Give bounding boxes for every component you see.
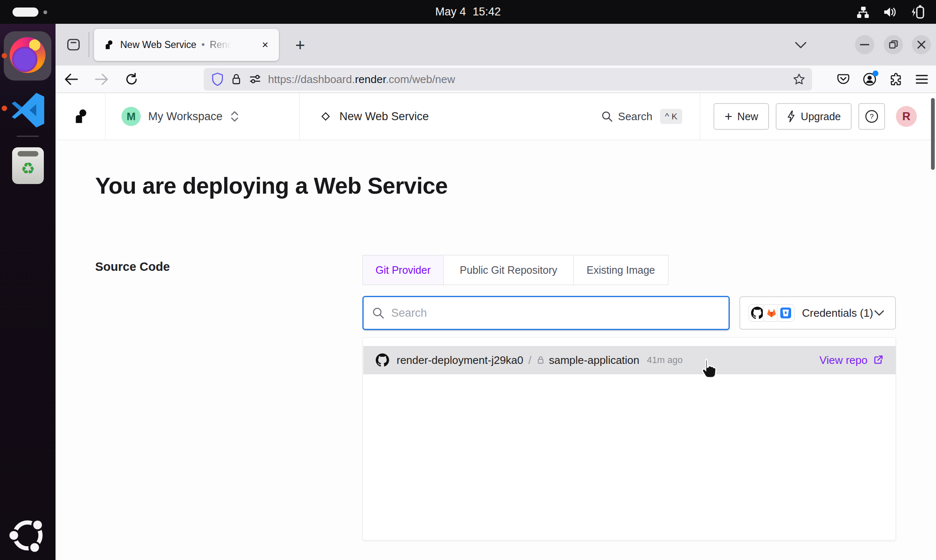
render-favicon — [103, 39, 114, 50]
tab-strip: New Web Service • Rend × + — [56, 24, 936, 66]
help-question-icon: ? — [864, 109, 879, 124]
repo-list-panel: render-deployment-j29ka0 / sample-applic… — [362, 337, 896, 540]
search-icon — [601, 111, 613, 122]
repo-updated-time: 41m ago — [647, 355, 683, 366]
vscode-running-indicator — [2, 106, 7, 111]
reload-button[interactable] — [122, 70, 141, 88]
tab-title-suffix: Rend — [210, 39, 233, 50]
forward-arrow-icon — [94, 73, 109, 86]
minimize-icon — [860, 43, 869, 46]
workspace-name: My Workspace — [148, 110, 223, 123]
dock-item-trash[interactable]: ♻ — [12, 147, 44, 184]
reload-icon — [125, 73, 138, 86]
lock-icon[interactable] — [230, 73, 242, 86]
firefox-view-button[interactable] — [63, 35, 84, 54]
volume-icon[interactable] — [883, 5, 898, 19]
window-close-button[interactable] — [912, 35, 931, 54]
back-button[interactable] — [62, 70, 81, 88]
service-diamond-icon — [319, 110, 332, 123]
credentials-label: Credentials (1) — [802, 307, 873, 320]
bitbucket-icon — [777, 304, 794, 322]
chevron-down-icon — [794, 40, 808, 50]
bookmark-star-icon[interactable] — [793, 73, 805, 86]
global-search-button[interactable]: Search ^ K — [601, 93, 700, 140]
tab-git-provider[interactable]: Git Provider — [362, 255, 444, 285]
source-code-label: Source Code — [95, 260, 170, 274]
window-restore-button[interactable] — [884, 35, 903, 54]
lightning-bolt-icon — [787, 110, 796, 123]
battery-charging-icon[interactable] — [910, 4, 925, 20]
tab-existing-image[interactable]: Existing Image — [573, 255, 668, 285]
search-label: Search — [618, 110, 652, 123]
tab-title-separator: • — [201, 39, 205, 50]
url-bar[interactable]: https://dashboard.render.com/web/new — [204, 68, 812, 91]
workspace-selector[interactable]: M My Workspace — [106, 93, 300, 140]
svg-text:?: ? — [870, 113, 873, 121]
browser-tab-active[interactable]: New Web Service • Rend × — [94, 29, 279, 61]
dock: ♻ — [0, 24, 56, 560]
url-text: https://dashboard.render.com/web/new — [268, 73, 455, 86]
app-header: M My Workspace New Web Service Search ^ … — [56, 93, 936, 140]
close-icon — [917, 40, 926, 49]
dock-item-vscode[interactable] — [8, 91, 48, 130]
window-minimize-button[interactable] — [855, 35, 874, 54]
system-tray — [856, 0, 925, 24]
repo-separator: / — [529, 354, 531, 367]
dock-item-show-apps[interactable] — [7, 515, 48, 556]
search-shortcut-badge: ^ K — [660, 109, 683, 124]
upgrade-button[interactable]: Upgrade — [776, 103, 852, 130]
workspace-avatar: M — [121, 107, 141, 126]
tracking-shield-icon[interactable] — [211, 72, 224, 86]
private-lock-icon — [536, 355, 545, 365]
firefox-running-indicator — [2, 53, 7, 58]
firefox-view-icon — [66, 37, 81, 52]
repo-row[interactable]: render-deployment-j29ka0 / sample-applic… — [363, 346, 896, 374]
vscode-icon — [8, 91, 48, 130]
account-button[interactable] — [863, 72, 877, 86]
repo-name: sample-application — [549, 354, 640, 367]
user-avatar[interactable]: R — [896, 106, 917, 127]
source-type-tabs: Git Provider Public Git Repository Exist… — [362, 255, 668, 285]
new-tab-button[interactable]: + — [289, 34, 311, 56]
network-tree-icon[interactable] — [856, 5, 870, 19]
external-link-icon — [873, 355, 883, 366]
toolbar-right-icons — [837, 70, 928, 88]
dock-divider — [17, 136, 39, 137]
render-dashboard: M My Workspace New Web Service Search ^ … — [56, 93, 936, 560]
permissions-sliders-icon[interactable] — [249, 73, 261, 85]
render-logo-icon — [72, 108, 89, 125]
tab-public-git-repository[interactable]: Public Git Repository — [443, 255, 574, 285]
github-icon — [376, 353, 389, 367]
trash-lid — [18, 151, 38, 156]
firefox-window: New Web Service • Rend × + — [56, 24, 936, 560]
help-button[interactable]: ? — [858, 103, 885, 130]
system-time: 15:42 — [473, 5, 501, 18]
list-all-tabs-button[interactable] — [791, 36, 810, 54]
page-title: New Web Service — [339, 110, 429, 123]
scrollbar-thumb[interactable] — [931, 98, 935, 170]
firefox-icon — [10, 37, 46, 73]
repo-search-box — [362, 296, 730, 330]
render-home-logo[interactable] — [56, 93, 106, 140]
new-button[interactable]: + New — [713, 103, 769, 130]
ubuntu-logo-icon — [7, 515, 48, 556]
page-heading: You are deploying a Web Service — [95, 172, 448, 199]
system-clock[interactable]: May 4 15:42 — [0, 0, 936, 24]
dock-item-firefox[interactable] — [4, 31, 51, 81]
repo-search-input[interactable] — [391, 307, 720, 320]
recycle-icon: ♻ — [21, 159, 35, 178]
plus-icon: + — [724, 109, 732, 124]
tab-title: New Web Service — [120, 39, 196, 50]
pocket-icon[interactable] — [837, 73, 850, 86]
account-notification-dot — [873, 71, 878, 76]
forward-button[interactable] — [92, 70, 111, 88]
repo-owner: render-deployment-j29ka0 — [397, 354, 524, 367]
tab-close-button[interactable]: × — [258, 38, 272, 52]
view-repo-link[interactable]: View repo — [820, 354, 883, 367]
system-top-bar: May 4 15:42 — [0, 0, 936, 24]
menu-hamburger-icon[interactable] — [915, 73, 928, 85]
desktop: May 4 15:42 — [0, 0, 936, 560]
credentials-dropdown[interactable]: Credentials (1) — [739, 296, 896, 330]
extensions-puzzle-icon[interactable] — [889, 73, 903, 86]
back-arrow-icon — [64, 73, 78, 86]
